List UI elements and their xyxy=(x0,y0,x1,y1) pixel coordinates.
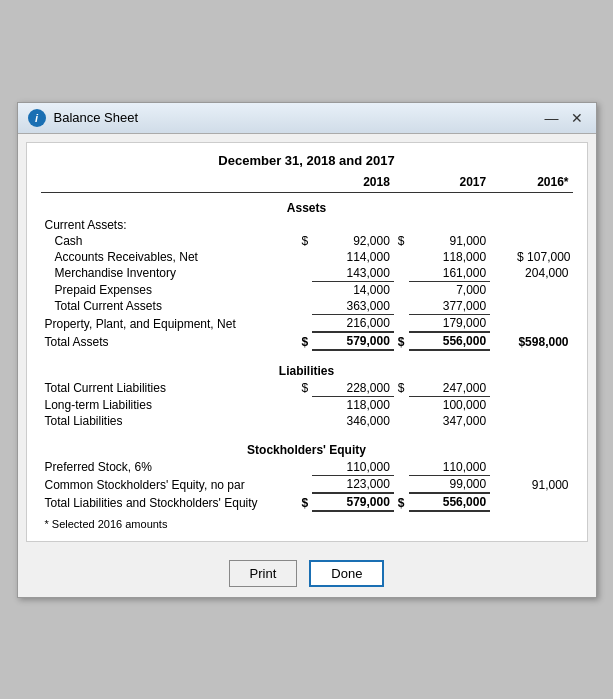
info-icon: i xyxy=(28,109,46,127)
total-le-2018: 579,000 xyxy=(312,493,394,511)
footnote: * Selected 2016 amounts xyxy=(41,517,573,531)
lt-liab-row: Long-term Liabilities 118,000 100,000 xyxy=(41,396,573,413)
ppe-2018: 216,000 xyxy=(312,314,394,332)
col-2018-header: 2018 xyxy=(312,174,394,193)
merch-2017: 161,000 xyxy=(409,265,491,282)
total-ca-row: Total Current Assets 363,000 377,000 xyxy=(41,298,573,315)
total-assets-dollar-2018: $ xyxy=(298,332,313,350)
pref-2018: 110,000 xyxy=(312,459,394,476)
ppe-2017: 179,000 xyxy=(409,314,491,332)
cl-dollar-2017: $ xyxy=(394,380,409,397)
cash-label: Cash xyxy=(41,233,298,249)
common-row: Common Stockholders' Equity, no par 123,… xyxy=(41,475,573,493)
col-2017-header: 2017 xyxy=(409,174,491,193)
sheet-heading: December 31, 2018 and 2017 xyxy=(41,153,573,168)
merch-2018: 143,000 xyxy=(312,265,394,282)
ppe-2016 xyxy=(490,314,572,332)
total-assets-2016: $598,000 xyxy=(490,332,572,350)
cash-dollar-2018: $ xyxy=(298,233,313,249)
balance-table: 2018 2017 2016* Assets Current Assets: C… xyxy=(41,174,573,531)
current-assets-label: Current Assets: xyxy=(41,217,298,233)
total-le-2017: 556,000 xyxy=(409,493,491,511)
total-liab-label: Total Liabilities xyxy=(41,413,298,429)
total-cl-row: Total Current Liabilities $ 228,000 $ 24… xyxy=(41,380,573,397)
common-2016: 91,000 xyxy=(490,475,572,493)
total-assets-2017: 556,000 xyxy=(409,332,491,350)
le-dollar-2018: $ xyxy=(298,493,313,511)
total-le-row: Total Liabilities and Stockholders' Equi… xyxy=(41,493,573,511)
liabilities-header: Liabilities xyxy=(41,356,573,380)
cash-2017: 91,000 xyxy=(409,233,491,249)
prepaid-row: Prepaid Expenses 14,000 7,000 xyxy=(41,281,573,298)
total-ca-2017: 377,000 xyxy=(409,298,491,315)
title-bar: i Balance Sheet — ✕ xyxy=(18,103,596,134)
liabilities-header-row: Liabilities xyxy=(41,356,573,380)
main-window: i Balance Sheet — ✕ December 31, 2018 an… xyxy=(17,102,597,598)
total-assets-dollar-2017: $ xyxy=(394,332,409,350)
merch-label: Merchandise Inventory xyxy=(41,265,298,282)
ar-2017: 118,000 xyxy=(409,249,491,265)
total-le-2016 xyxy=(490,493,572,511)
assets-header: Assets xyxy=(41,192,573,217)
prepaid-label: Prepaid Expenses xyxy=(41,281,298,298)
done-button[interactable]: Done xyxy=(309,560,384,587)
total-cl-2018: 228,000 xyxy=(312,380,394,397)
prepaid-2016 xyxy=(490,281,572,298)
equity-header: Stockholders' Equity xyxy=(41,435,573,459)
window-title: Balance Sheet xyxy=(54,110,139,125)
footnote-row: * Selected 2016 amounts xyxy=(41,517,573,531)
cash-dollar-2017: $ xyxy=(394,233,409,249)
lt-liab-2017: 100,000 xyxy=(409,396,491,413)
total-cl-2017: 247,000 xyxy=(409,380,491,397)
print-button[interactable]: Print xyxy=(229,560,298,587)
title-controls: — ✕ xyxy=(542,110,586,126)
current-assets-label-row: Current Assets: xyxy=(41,217,573,233)
ar-label: Accounts Receivables, Net xyxy=(41,249,298,265)
total-assets-row: Total Assets $ 579,000 $ 556,000 $598,00… xyxy=(41,332,573,350)
column-header-row: 2018 2017 2016* xyxy=(41,174,573,193)
lt-liab-2016 xyxy=(490,396,572,413)
ar-row: Accounts Receivables, Net 114,000 118,00… xyxy=(41,249,573,265)
total-liab-row: Total Liabilities 346,000 347,000 xyxy=(41,413,573,429)
total-ca-2018: 363,000 xyxy=(312,298,394,315)
ppe-row: Property, Plant, and Equipment, Net 216,… xyxy=(41,314,573,332)
title-bar-left: i Balance Sheet xyxy=(28,109,139,127)
pref-2016 xyxy=(490,459,572,476)
total-ca-label: Total Current Assets xyxy=(41,298,298,315)
prepaid-2018: 14,000 xyxy=(312,281,394,298)
total-ca-2016 xyxy=(490,298,572,315)
col-spacer2 xyxy=(394,174,409,193)
content-area: December 31, 2018 and 2017 2018 2017 201… xyxy=(26,142,588,542)
cash-2018: 92,000 xyxy=(312,233,394,249)
cash-row: Cash $ 92,000 $ 91,000 xyxy=(41,233,573,249)
lt-liab-2018: 118,000 xyxy=(312,396,394,413)
col-spacer1 xyxy=(298,174,313,193)
ppe-label: Property, Plant, and Equipment, Net xyxy=(41,314,298,332)
common-2017: 99,000 xyxy=(409,475,491,493)
total-assets-2018: 579,000 xyxy=(312,332,394,350)
footer-area: Print Done xyxy=(18,550,596,597)
total-cl-label: Total Current Liabilities xyxy=(41,380,298,397)
minimize-button[interactable]: — xyxy=(542,110,562,126)
common-label: Common Stockholders' Equity, no par xyxy=(41,475,298,493)
pref-label: Preferred Stock, 6% xyxy=(41,459,298,476)
pref-2017: 110,000 xyxy=(409,459,491,476)
merch-row: Merchandise Inventory 143,000 161,000 20… xyxy=(41,265,573,282)
pref-row: Preferred Stock, 6% 110,000 110,000 xyxy=(41,459,573,476)
le-dollar-2017: $ xyxy=(394,493,409,511)
col-2016-header: 2016* xyxy=(490,174,572,193)
total-liab-2018: 346,000 xyxy=(312,413,394,429)
ar-2016-with-dollar: $ 107,000 xyxy=(490,249,572,265)
assets-header-row: Assets xyxy=(41,192,573,217)
cl-dollar-2018: $ xyxy=(298,380,313,397)
total-assets-label: Total Assets xyxy=(41,332,298,350)
ar-2018: 114,000 xyxy=(312,249,394,265)
equity-header-row: Stockholders' Equity xyxy=(41,435,573,459)
cash-2016 xyxy=(490,233,572,249)
col-label-header xyxy=(41,174,298,193)
total-liab-2016 xyxy=(490,413,572,429)
close-button[interactable]: ✕ xyxy=(568,110,586,126)
total-le-label: Total Liabilities and Stockholders' Equi… xyxy=(41,493,298,511)
lt-liab-label: Long-term Liabilities xyxy=(41,396,298,413)
prepaid-2017: 7,000 xyxy=(409,281,491,298)
